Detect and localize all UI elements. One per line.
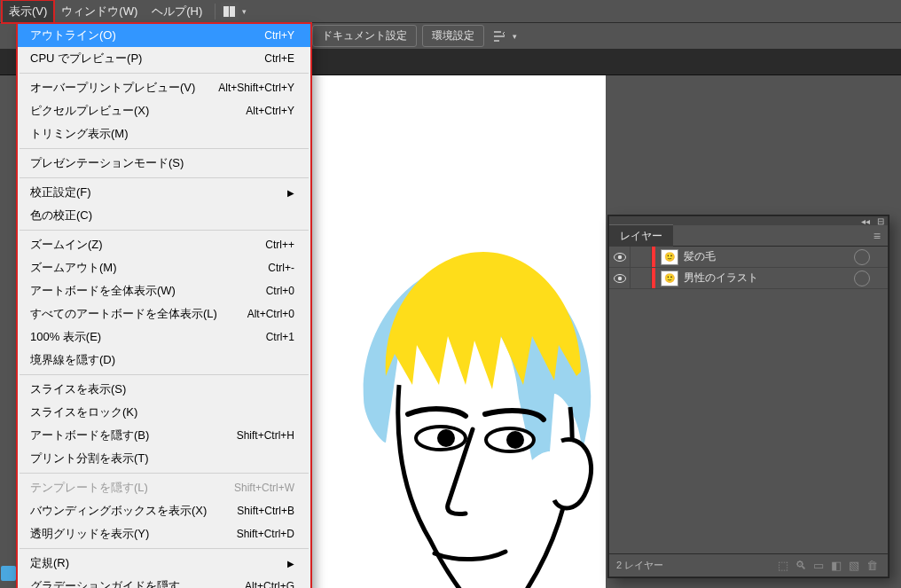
- search-layer-icon[interactable]: 🔍︎: [792, 557, 810, 575]
- preferences-button[interactable]: 環境設定: [422, 25, 484, 47]
- locate-layer-icon[interactable]: ⬚: [774, 557, 792, 575]
- target-icon[interactable]: [854, 270, 870, 286]
- svg-point-7: [617, 255, 621, 258]
- menu-separator: [20, 548, 309, 549]
- menu-item[interactable]: グラデーションガイドを隠すAlt+Ctrl+G: [18, 575, 310, 588]
- menu-item[interactable]: ズームアウト(M)Ctrl+-: [18, 256, 310, 279]
- menu-item[interactable]: アウトライン(O)Ctrl+Y: [18, 24, 310, 47]
- menu-item-label: CPU でプレビュー(P): [30, 51, 142, 67]
- menu-item-shortcut: Ctrl+E: [264, 52, 294, 65]
- menu-item[interactable]: プレゼンテーションモード(S): [18, 152, 310, 175]
- menu-item[interactable]: ピクセルプレビュー(X)Alt+Ctrl+Y: [18, 99, 310, 122]
- menu-item[interactable]: 色の校正(C): [18, 204, 310, 227]
- svg-point-3: [437, 429, 455, 447]
- workspace-switcher-icon[interactable]: [221, 3, 239, 20]
- svg-rect-0: [223, 6, 229, 17]
- menu-item-shortcut: Alt+Ctrl+Y: [246, 105, 294, 117]
- menu-item-label: 境界線を隠す(D): [30, 352, 115, 368]
- menu-item: テンプレートを隠す(L)Shift+Ctrl+W: [18, 476, 310, 499]
- menu-item[interactable]: プリント分割を表示(T): [18, 447, 310, 470]
- chevron-down-icon[interactable]: ▾: [242, 7, 247, 16]
- new-sublayer-icon[interactable]: ◧: [827, 557, 845, 575]
- menu-item-label: ズームアウト(M): [30, 260, 117, 276]
- layer-row[interactable]: 🙂髪の毛: [609, 247, 888, 268]
- layer-row[interactable]: 🙂男性のイラスト: [609, 268, 888, 289]
- menu-item-shortcut: Shift+Ctrl+H: [237, 429, 294, 442]
- svg-point-5: [506, 431, 524, 449]
- panel-menu-icon[interactable]: ≡: [874, 229, 888, 243]
- menu-item[interactable]: スライスを表示(S): [18, 378, 310, 401]
- menu-item[interactable]: アートボードを全体表示(W)Ctrl+0: [18, 279, 310, 302]
- menu-item-label: テンプレートを隠す(L): [30, 480, 148, 496]
- panel-header: レイヤー ≡: [609, 225, 888, 247]
- menu-item-label: アートボードを全体表示(W): [30, 283, 176, 299]
- layer-name: 髪の毛: [684, 249, 854, 264]
- menu-help[interactable]: ヘルプ(H): [145, 0, 209, 23]
- target-icon[interactable]: [854, 249, 870, 265]
- layers-footer: 2 レイヤー ⬚ 🔍︎ ▭ ◧ ▧ 🗑: [609, 553, 888, 576]
- menu-item-shortcut: Shift+Ctrl+D: [237, 528, 294, 540]
- menu-item-label: プリント分割を表示(T): [30, 451, 149, 466]
- menu-view[interactable]: 表示(V): [2, 0, 54, 23]
- menu-item[interactable]: すべてのアートボードを全体表示(L)Alt+Ctrl+0: [18, 302, 310, 325]
- active-tool-swatch[interactable]: [1, 566, 16, 581]
- menu-item-shortcut: Ctrl+Y: [264, 29, 294, 42]
- menu-item[interactable]: バウンディングボックスを表示(X)Shift+Ctrl+B: [18, 499, 310, 522]
- menu-separator: [20, 177, 309, 178]
- layer-thumbnail: 🙂: [661, 270, 678, 286]
- artwork-face: [333, 212, 616, 588]
- menu-item-label: 定規(R): [30, 555, 69, 571]
- layer-color-bar: [652, 247, 655, 267]
- menu-item-label: すべてのアートボードを全体表示(L): [30, 306, 217, 322]
- menu-item-label: 校正設定(F): [30, 184, 91, 200]
- menu-item[interactable]: オーバープリントプレビュー(V)Alt+Shift+Ctrl+Y: [18, 76, 310, 99]
- align-icon[interactable]: [490, 27, 509, 46]
- delete-layer-icon[interactable]: 🗑: [863, 557, 881, 575]
- lock-slot[interactable]: [631, 268, 652, 288]
- menu-item-label: 透明グリッドを表示(Y): [30, 526, 149, 542]
- menu-item-label: ピクセルプレビュー(X): [30, 103, 149, 119]
- visibility-eye-icon[interactable]: [609, 268, 631, 288]
- menu-item-label: オーバープリントプレビュー(V): [30, 80, 195, 96]
- visibility-eye-icon[interactable]: [609, 247, 631, 267]
- close-panel-icon[interactable]: ⊟: [877, 216, 884, 226]
- menu-item-shortcut: Alt+Shift+Ctrl+Y: [218, 82, 294, 94]
- layer-color-bar: [652, 268, 655, 288]
- menu-item-label: トリミング表示(M): [30, 126, 129, 142]
- menu-item[interactable]: トリミング表示(M): [18, 122, 310, 145]
- menu-separator: [20, 148, 309, 149]
- menu-item-label: グラデーションガイドを隠す: [30, 578, 180, 588]
- layers-panel: ◂◂ ⊟ レイヤー ≡ 🙂髪の毛🙂男性のイラスト 2 レイヤー ⬚ 🔍︎ ▭ ◧…: [608, 216, 889, 577]
- layers-tab[interactable]: レイヤー: [609, 224, 673, 247]
- menu-item[interactable]: スライスをロック(K): [18, 401, 310, 424]
- menu-item-shortcut: Alt+Ctrl+0: [247, 308, 294, 320]
- layers-list: 🙂髪の毛🙂男性のイラスト: [609, 247, 888, 553]
- menu-item-label: ズームイン(Z): [30, 237, 103, 253]
- menu-item[interactable]: アートボードを隠す(B)Shift+Ctrl+H: [18, 424, 310, 447]
- menubar: 表示(V) ウィンドウ(W) ヘルプ(H) ▾: [0, 0, 901, 23]
- submenu-arrow-icon: ▶: [287, 188, 294, 198]
- dropdown-indicator-icon[interactable]: ▾: [513, 32, 517, 41]
- view-menu-dropdown: アウトライン(O)Ctrl+YCPU でプレビュー(P)Ctrl+Eオーバープリ…: [17, 23, 311, 588]
- menu-item-label: プレゼンテーションモード(S): [30, 155, 184, 171]
- menu-item[interactable]: 校正設定(F)▶: [18, 181, 310, 204]
- new-layer-icon[interactable]: ▧: [845, 557, 863, 575]
- collapse-left-icon[interactable]: ◂◂: [861, 216, 870, 226]
- lock-slot[interactable]: [631, 247, 652, 267]
- menu-window[interactable]: ウィンドウ(W): [54, 0, 145, 23]
- menu-item-shortcut: Ctrl++: [265, 239, 294, 251]
- menu-item-shortcut: Ctrl+-: [268, 262, 294, 274]
- svg-point-9: [617, 276, 621, 279]
- menu-item[interactable]: 透明グリッドを表示(Y)Shift+Ctrl+D: [18, 522, 310, 545]
- menu-separator: [20, 374, 309, 375]
- submenu-arrow-icon: ▶: [287, 559, 294, 568]
- menu-item[interactable]: 定規(R)▶: [18, 552, 310, 575]
- document-setup-button[interactable]: ドキュメント設定: [312, 25, 417, 47]
- clip-mask-icon[interactable]: ▭: [810, 557, 827, 575]
- menu-item[interactable]: 境界線を隠す(D): [18, 349, 310, 372]
- menu-item[interactable]: CPU でプレビュー(P)Ctrl+E: [18, 47, 310, 70]
- menu-item[interactable]: 100% 表示(E)Ctrl+1: [18, 325, 310, 349]
- menu-item[interactable]: ズームイン(Z)Ctrl++: [18, 233, 310, 256]
- layer-name: 男性のイラスト: [684, 270, 854, 286]
- menu-item-shortcut: Shift+Ctrl+B: [237, 505, 294, 517]
